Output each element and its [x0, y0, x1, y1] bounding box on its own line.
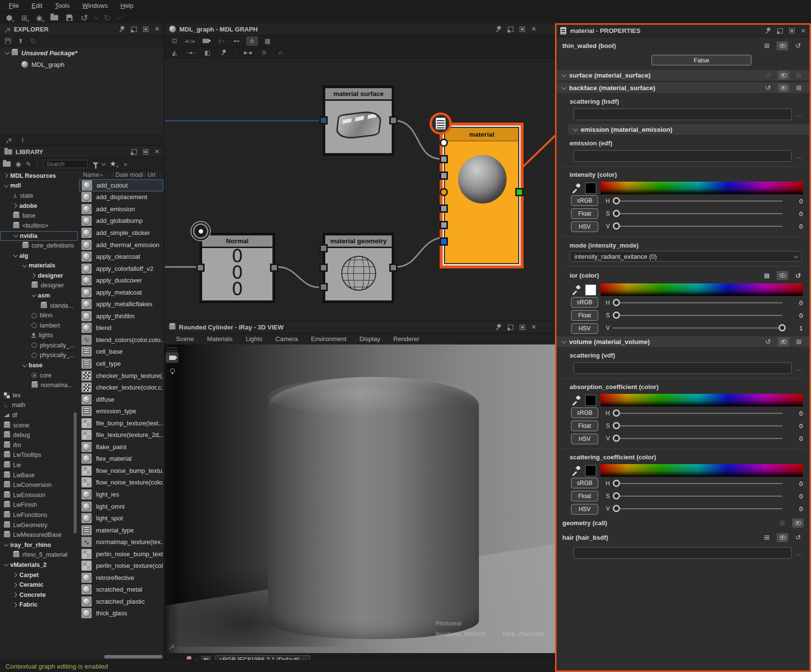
redo-icon[interactable]: ↻: [102, 13, 112, 23]
tree-item-physically-[interactable]: physically_...: [0, 341, 78, 351]
close-icon[interactable]: ×: [531, 27, 536, 31]
breakpoint-icon[interactable]: –●–: [185, 48, 197, 58]
tree-item-lwemission[interactable]: LwEmission: [0, 490, 78, 500]
tree-item-rhino-5-material[interactable]: rhino_5_material: [0, 550, 78, 561]
tree-item-ceramic[interactable]: Ceramic: [0, 580, 78, 590]
section-backface[interactable]: backface (material_surface)↺⊞: [557, 82, 810, 93]
refresh-icon[interactable]: ↻: [30, 37, 36, 46]
slider-track[interactable]: [613, 413, 782, 414]
slider-knob[interactable]: [613, 409, 620, 417]
pin-icon[interactable]: [765, 28, 771, 34]
output-port[interactable]: [389, 264, 398, 272]
slider-track[interactable]: [613, 508, 782, 509]
slider-track[interactable]: [613, 425, 782, 426]
frame-selection-icon[interactable]: ⊡: [169, 36, 180, 46]
list-item[interactable]: file_bump_texture(text...: [79, 417, 163, 429]
list-item[interactable]: flake_paint: [79, 441, 163, 453]
wire-selection-orange[interactable]: [522, 136, 555, 168]
zoom-1-1-icon[interactable]: ◂1:1▸: [184, 36, 196, 46]
tree-item-core[interactable]: core: [0, 371, 78, 381]
edit-pencil-icon[interactable]: ✎: [26, 160, 31, 168]
list-item[interactable]: material_type: [79, 524, 163, 536]
close-icon[interactable]: ×: [801, 29, 806, 33]
chevron-right-icon[interactable]: [13, 203, 17, 208]
color-swatch[interactable]: [585, 183, 596, 194]
eye-icon[interactable]: [778, 337, 789, 346]
filter-chevron-icon[interactable]: [101, 161, 106, 166]
column-url[interactable]: Url: [147, 172, 155, 178]
chevron-right-icon[interactable]: [13, 573, 17, 578]
list-item[interactable]: add_displacement: [79, 191, 163, 203]
node-material[interactable]: material: [444, 127, 519, 264]
float-button[interactable]: Float: [571, 421, 598, 431]
list-item[interactable]: cell_type: [79, 358, 163, 370]
chevron-down-icon[interactable]: [13, 252, 18, 257]
input-port-3[interactable]: [319, 283, 328, 291]
more-button[interactable]: ...: [796, 153, 803, 160]
mode-dropdown[interactable]: intensity_radiant_exitance (0): [570, 251, 802, 262]
menu-display[interactable]: Display: [360, 335, 381, 343]
node-title[interactable]: material: [445, 128, 518, 141]
add-icon[interactable]: ⊞: [777, 518, 788, 528]
chevron-down-icon[interactable]: [22, 263, 27, 267]
color-swatch[interactable]: [585, 395, 596, 406]
list-item[interactable]: add_simple_sticker: [79, 227, 163, 239]
tree-item-debug[interactable]: debug: [0, 430, 78, 440]
chevron-right-icon[interactable]: [13, 593, 17, 597]
input-port[interactable]: [196, 264, 205, 272]
reset-icon[interactable]: ↺: [762, 83, 774, 93]
column-date[interactable]: Date modi: [115, 172, 143, 178]
tree-item-alg[interactable]: alg: [0, 251, 78, 261]
menu-edit[interactable]: Edit: [26, 1, 48, 10]
tree-item-lwconversion[interactable]: LwConversion: [0, 480, 78, 490]
tree-item-lw[interactable]: Lw: [0, 460, 78, 470]
split-node-icon[interactable]: ◧: [202, 48, 213, 58]
close-icon[interactable]: ×: [155, 149, 159, 154]
maximize-icon[interactable]: [143, 27, 148, 32]
hsv-button[interactable]: HSV: [571, 504, 598, 515]
eye-icon[interactable]: [778, 83, 789, 93]
tree-item-lwbase[interactable]: LwBase: [0, 470, 78, 481]
close-icon[interactable]: ×: [531, 325, 536, 329]
wire-normal-to-geometry[interactable]: [278, 267, 319, 287]
rounded-cylinder-object[interactable]: [268, 377, 479, 639]
list-item[interactable]: flow_noise_texture(colo...: [79, 477, 163, 489]
list-item[interactable]: add_globalbump: [79, 215, 163, 227]
slider-knob[interactable]: [613, 505, 620, 512]
pin-node-icon[interactable]: [218, 48, 230, 58]
export-icon[interactable]: ⬆: [18, 37, 23, 45]
list-item[interactable]: file_texture(texture_2d,...: [79, 429, 163, 441]
float-window-icon[interactable]: [131, 27, 137, 32]
tree-item-mdl[interactable]: mdl: [0, 181, 78, 191]
tree-item-lwmeasuredbase[interactable]: LwMeasuredBase: [0, 530, 78, 540]
eyedropper-icon[interactable]: [571, 183, 581, 193]
auto-layout-icon[interactable]: ⋔: [246, 36, 258, 46]
search-input[interactable]: [43, 160, 88, 168]
info-icon[interactable]: i: [22, 136, 24, 144]
slider-track[interactable]: [613, 315, 782, 316]
tree-item-lwfinish[interactable]: LwFinish: [0, 500, 78, 511]
add-icon[interactable]: ⊞: [793, 71, 805, 80]
column-name[interactable]: Name: [83, 172, 99, 178]
add-icon[interactable]: ⊞: [761, 533, 773, 542]
menu-help[interactable]: Help: [114, 1, 139, 10]
eyedropper-icon[interactable]: [571, 395, 581, 405]
add-icon[interactable]: ⊞: [793, 337, 805, 346]
menu-renderer[interactable]: Renderer: [393, 335, 419, 343]
eye-icon[interactable]: [777, 41, 788, 50]
eye-icon[interactable]: [777, 533, 788, 542]
eyedropper-icon[interactable]: [571, 285, 581, 295]
input-port-1[interactable]: [319, 244, 328, 252]
grid-snap-icon[interactable]: ▦: [262, 36, 273, 46]
list-item[interactable]: normalmap_texture(tex...: [79, 536, 163, 548]
slider-knob[interactable]: [613, 210, 620, 217]
more-button[interactable]: ...: [796, 111, 803, 118]
color-swatch[interactable]: [585, 465, 596, 476]
slider-track[interactable]: [613, 213, 782, 214]
chevron-down-icon[interactable]: [5, 50, 10, 55]
slider-track[interactable]: [613, 483, 782, 484]
list-item[interactable]: emission_type: [79, 405, 163, 417]
filter-icon[interactable]: [93, 162, 98, 166]
float-window-icon[interactable]: [508, 325, 513, 330]
float-window-icon[interactable]: [778, 28, 783, 33]
